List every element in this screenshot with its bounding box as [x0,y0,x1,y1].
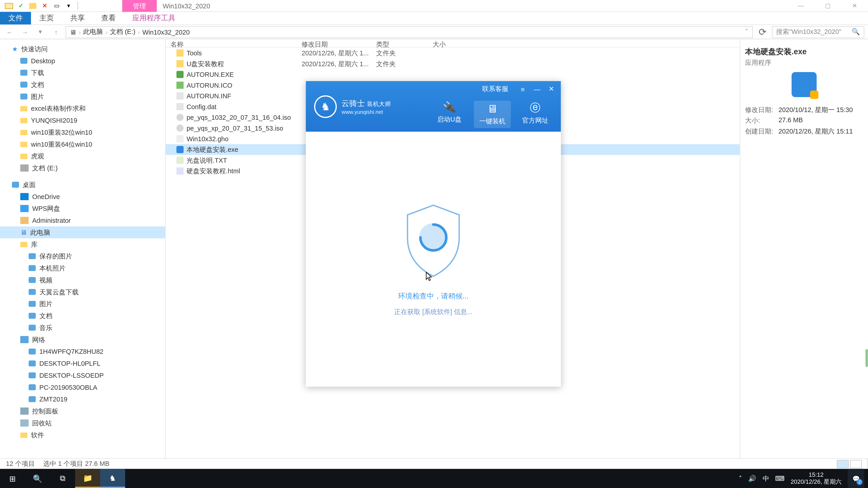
keyboard-icon[interactable]: ⌨ [775,475,784,482]
file-row[interactable]: AUTORUN.EXE [166,69,740,80]
nav-localpics[interactable]: 本机照片 [0,262,165,274]
nav-desktop[interactable]: Desktop [0,55,165,67]
breadcrumb[interactable]: 🖥› 此电脑› 文档 (E:)› Win10x32_2020 ˅ [66,26,753,38]
taskview-button[interactable]: ⧉ [50,469,75,488]
forward-button[interactable]: → [19,28,31,35]
clock[interactable]: 15:12 2020/12/26, 星期六 [791,471,842,486]
col-size[interactable]: 大小 [428,40,475,47]
notifications-button[interactable]: 💬2 [848,469,864,488]
taskbar: ⊞ 🔍 ⧉ 📁 ♞ ˄ 🔊 中 ⌨ 15:12 2020/12/26, 星期六 … [0,469,868,488]
dialog-close[interactable]: ✕ [547,85,556,93]
dialog-tab-usb[interactable]: 🔌启动U盘 [431,101,468,128]
crumb-docs[interactable]: 文档 (E:) [110,27,135,36]
nav-downloads[interactable]: 下载 [0,67,165,78]
nav-savedpics[interactable]: 保存的图片 [0,250,165,262]
nav-huguan[interactable]: 虎观 [0,150,165,162]
crumb-folder[interactable]: Win10x32_2020 [143,28,190,35]
nav-cp[interactable]: 控制面板 [0,405,165,417]
nav-desk2[interactable]: 桌面 [0,179,165,191]
maximize-button[interactable]: ▢ [814,0,841,11]
back-button[interactable]: ← [4,28,16,35]
tab-app-tools[interactable]: 应用程序工具 [124,12,184,24]
contact-link[interactable]: 联系客服 [482,85,508,94]
nav-lib[interactable]: 库 [0,238,165,250]
close-button[interactable]: ✕ [841,0,868,11]
nav-recycle[interactable]: 回收站 [0,417,165,429]
nav-n5[interactable]: ZMT2019 [0,393,165,405]
file-row[interactable]: Tools2020/12/26, 星期六 1...文件夹 [166,48,740,58]
folder2-icon[interactable] [27,0,38,11]
dialog-msg2: 正在获取 [系统软件] 信息... [394,307,473,317]
nav-edrive[interactable]: 文档 (E:) [0,162,165,174]
file-name: 本地硬盘安装.exe [186,145,238,154]
nav-quick[interactable]: ★快速访问 [0,43,165,55]
dropdown-icon[interactable]: ▾ [63,0,74,11]
details-v3: 2020/12/26, 星期六 15:11 [778,127,853,136]
search-box[interactable]: 搜索"Win10x32_2020" 🔍 [772,26,864,38]
nav-w64[interactable]: win10重装64位win10 [0,138,165,150]
nav-music[interactable]: 音乐 [0,322,165,334]
dialog-minimize[interactable]: — [532,86,542,93]
nav-pics[interactable]: 图片 [0,91,165,103]
tab-share[interactable]: 共享 [62,12,93,24]
nav-onedrive[interactable]: OneDrive [0,191,165,203]
view-details-button[interactable] [837,459,849,468]
file-icon [177,82,184,89]
nav-network[interactable]: 网络 [0,334,165,346]
props-icon[interactable]: ▭ [51,0,62,11]
ime-icon[interactable]: 中 [763,474,769,483]
col-name[interactable]: 名称 [166,40,297,47]
explorer-taskbar[interactable]: 📁 [75,469,100,488]
tab-file[interactable]: 文件 [0,12,31,24]
file-name: pe_yqs_xp_20_07_31_15_53.iso [186,125,283,132]
volume-icon[interactable]: 🔊 [748,475,756,482]
check-icon[interactable]: ✓ [16,0,26,11]
context-tab[interactable]: 管理 [122,0,157,11]
search-icon[interactable]: 🔍 [852,28,860,36]
nav-yun[interactable]: YUNQISHI2019 [0,114,165,126]
tab-view[interactable]: 查看 [93,12,124,24]
dialog-header: 联系客服 ≡ — ✕ ♞ 云骑士 装机大师 www.yunqishi.net 🔌… [306,81,561,132]
col-type[interactable]: 类型 [371,40,428,47]
menu-icon[interactable]: ≡ [518,86,528,93]
nav-docs2[interactable]: 文档 [0,310,165,322]
nav-excel[interactable]: excel表格制作求和 [0,103,165,115]
column-headers[interactable]: 名称 修改日期 类型 大小 [166,39,740,48]
logo-icon: ♞ [314,95,337,118]
up-button[interactable]: ↑ [50,28,62,35]
nav-n1[interactable]: 1H4WPFQ7KZ8HU82 [0,346,165,357]
crumb-dropdown-icon[interactable]: ˅ [745,28,749,36]
minimize-button[interactable]: — [787,0,814,11]
file-name: U盘安装教程 [186,59,224,68]
nav-soft[interactable]: 软件 [0,429,165,441]
scrollbar[interactable] [861,39,868,469]
nav-thispc[interactable]: 🖥此电脑 [0,226,165,238]
history-button[interactable]: ▾ [35,28,46,36]
nav-admin[interactable]: Administrator [0,215,165,226]
nav-n4[interactable]: PC-20190530OBLA [0,381,165,393]
col-date[interactable]: 修改日期 [297,40,371,47]
delete-icon[interactable]: ✕ [39,0,50,11]
nav-video[interactable]: 视频 [0,274,165,286]
nav-docs[interactable]: 文档 [0,78,165,91]
refresh-button[interactable]: ⟳ [756,26,768,37]
nav-tree[interactable]: ★快速访问 Desktop 下载 文档 图片 excel表格制作求和 YUNQI… [0,39,166,469]
nav-pics2[interactable]: 图片 [0,298,165,310]
tab-home[interactable]: 主页 [31,12,62,24]
dialog-tab-web[interactable]: ⓔ官方网址 [517,101,554,128]
search-button[interactable]: 🔍 [25,469,50,488]
nav-tycloud[interactable]: 天翼云盘下载 [0,286,165,298]
crumb-pc[interactable]: 此电脑 [83,27,103,36]
file-row[interactable]: U盘安装教程2020/12/26, 星期六 1...文件夹 [166,58,740,69]
nav-w32[interactable]: win10重装32位win10 [0,126,165,138]
start-button[interactable]: ⊞ [0,469,25,488]
installer-taskbar[interactable]: ♞ [100,469,125,488]
quick-access-toolbar: ✓ ✕ ▭ ▾ [0,0,81,11]
tray-chevron-icon[interactable]: ˄ [739,475,742,482]
dialog-tab-install[interactable]: 🖥一键装机 [474,101,510,128]
folder-icon[interactable] [4,0,14,11]
view-icons-button[interactable] [850,459,862,468]
nav-n3[interactable]: DESKTOP-LSSOEDP [0,369,165,381]
nav-wps[interactable]: WPS网盘 [0,203,165,215]
nav-n2[interactable]: DESKTOP-HL0PLFL [0,357,165,369]
